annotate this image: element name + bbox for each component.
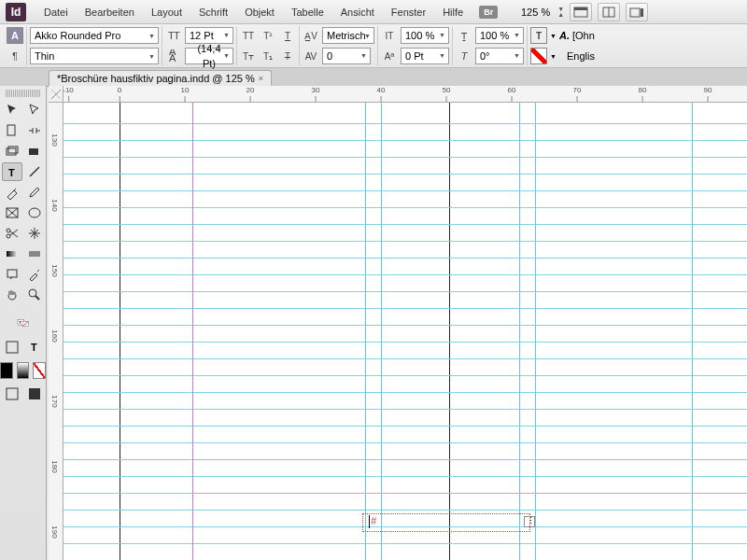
baseline-grid bbox=[63, 342, 747, 343]
ellipse-tool-icon[interactable] bbox=[24, 203, 45, 222]
workspace-switcher-icon[interactable] bbox=[626, 3, 648, 21]
formatting-container-icon[interactable] bbox=[2, 338, 22, 357]
stroke-none-icon[interactable] bbox=[530, 48, 547, 64]
document-canvas[interactable]: /*generated below via JS loop would be n… bbox=[63, 103, 747, 560]
free-transform-tool-icon[interactable] bbox=[24, 224, 45, 243]
bridge-icon[interactable]: Br bbox=[479, 6, 498, 19]
menu-schrift[interactable]: Schrift bbox=[190, 7, 236, 18]
scissors-tool-icon[interactable] bbox=[2, 224, 22, 243]
content-placer-icon[interactable] bbox=[24, 142, 45, 161]
arrange-docs-icon[interactable] bbox=[598, 3, 620, 21]
screen-mode-icon[interactable] bbox=[570, 3, 592, 21]
pencil-tool-icon[interactable] bbox=[24, 183, 45, 202]
menu-bearbeiten[interactable]: Bearbeiten bbox=[77, 7, 143, 18]
formatting-text-icon[interactable]: T bbox=[24, 338, 45, 357]
svg-rect-1 bbox=[574, 7, 587, 10]
svg-text:A: A bbox=[169, 52, 176, 63]
ruler-tick: 190 bbox=[50, 525, 59, 538]
kerning-icon: A̲V bbox=[303, 27, 319, 44]
eyedropper-tool-icon[interactable] bbox=[24, 265, 45, 284]
page-edge bbox=[120, 103, 120, 560]
hand-tool-icon[interactable] bbox=[2, 286, 22, 304]
vscale-icon: IT bbox=[381, 27, 398, 44]
baseline-shift-input[interactable]: 0 Pt bbox=[401, 48, 449, 64]
column-guide[interactable] bbox=[381, 103, 382, 560]
allcaps-icon[interactable]: TT bbox=[240, 27, 257, 44]
ruler-tick: 90 bbox=[704, 86, 712, 94]
underline-icon[interactable]: T bbox=[279, 27, 296, 44]
column-guide[interactable] bbox=[519, 103, 520, 560]
svg-rect-22 bbox=[7, 251, 18, 257]
vscale-input[interactable]: 100 % bbox=[401, 27, 449, 44]
ruler-tick: 80 bbox=[639, 86, 647, 94]
character-mode-icon[interactable]: A bbox=[7, 27, 23, 44]
horizontal-ruler[interactable]: -10 0 10 20 30 40 50 60 70 80 90 bbox=[63, 86, 747, 103]
baseline-grid bbox=[63, 224, 747, 225]
view-mode-normal-icon[interactable] bbox=[2, 385, 22, 403]
margin-guide-bottom[interactable] bbox=[192, 493, 747, 494]
menu-ansicht[interactable]: Ansicht bbox=[332, 7, 383, 18]
column-guide[interactable] bbox=[692, 103, 693, 560]
tracking-input[interactable]: 0 bbox=[322, 48, 371, 64]
strikethrough-icon[interactable]: T bbox=[279, 48, 296, 64]
kerning-dropdown[interactable]: Metrisch bbox=[322, 27, 374, 44]
superscript-icon[interactable]: T¹ bbox=[260, 27, 276, 44]
menu-tabelle[interactable]: Tabelle bbox=[283, 7, 332, 18]
type-tool-icon[interactable]: T bbox=[2, 162, 22, 181]
vertical-ruler[interactable]: 130 140 150 160 170 180 190 bbox=[49, 103, 63, 560]
selection-tool-icon[interactable] bbox=[2, 101, 22, 119]
page-number-text-frame[interactable]: # bbox=[362, 513, 530, 532]
ruler-tick: 10 bbox=[181, 86, 190, 94]
leading-input[interactable]: (14,4 Pt) bbox=[185, 48, 233, 64]
hscale-input[interactable]: 100 % bbox=[475, 27, 524, 44]
menu-objekt[interactable]: Objekt bbox=[236, 7, 283, 18]
ruler-tick: 50 bbox=[443, 86, 451, 94]
paragraph-mode-icon[interactable]: ¶ bbox=[7, 48, 23, 64]
ruler-tick: 140 bbox=[50, 199, 59, 211]
svg-text:T: T bbox=[31, 342, 37, 353]
skew-input[interactable]: 0° bbox=[475, 48, 524, 64]
menu-fenster[interactable]: Fenster bbox=[383, 7, 434, 18]
zoom-level-dropdown[interactable]: 125 % ▼▲ bbox=[507, 7, 564, 18]
gap-tool-icon[interactable] bbox=[24, 121, 45, 140]
menu-layout[interactable]: Layout bbox=[143, 7, 190, 18]
gradient-swatch-tool-icon[interactable] bbox=[2, 245, 22, 263]
menu-hilfe[interactable]: Hilfe bbox=[434, 7, 472, 18]
baseline-grid bbox=[63, 325, 747, 326]
subscript-icon[interactable]: T₁ bbox=[260, 48, 276, 64]
baseline-grid bbox=[63, 476, 747, 477]
svg-point-19 bbox=[29, 208, 40, 217]
page-tool-icon[interactable] bbox=[2, 121, 22, 140]
svg-rect-4 bbox=[630, 8, 640, 17]
baseline-grid bbox=[63, 358, 747, 359]
column-guide[interactable] bbox=[365, 103, 366, 560]
text-cursor bbox=[369, 515, 370, 528]
menu-datei[interactable]: Datei bbox=[35, 7, 77, 18]
document-tab[interactable]: *Broschüre hausfiktiv pagina.indd @ 125 … bbox=[49, 70, 272, 86]
skew-icon: T bbox=[456, 48, 472, 64]
note-tool-icon[interactable] bbox=[2, 265, 22, 284]
panel-grip[interactable] bbox=[6, 90, 40, 97]
close-icon[interactable]: × bbox=[259, 74, 263, 83]
zoom-tool-icon[interactable] bbox=[24, 286, 45, 304]
margin-guide[interactable] bbox=[192, 103, 193, 560]
line-tool-icon[interactable] bbox=[24, 162, 45, 181]
smallcaps-icon[interactable]: Tᴛ bbox=[240, 48, 257, 64]
out-port-icon[interactable] bbox=[524, 516, 535, 527]
ruler-origin[interactable] bbox=[49, 86, 63, 103]
column-guide[interactable] bbox=[535, 103, 536, 560]
gradient-feather-tool-icon[interactable] bbox=[24, 245, 45, 263]
fill-stroke-proxy-icon[interactable]: T bbox=[2, 310, 45, 336]
pen-tool-icon[interactable] bbox=[2, 183, 22, 202]
charstyle-label: [Ohn bbox=[572, 30, 595, 41]
apply-gradient-swatch[interactable] bbox=[17, 362, 30, 379]
direct-selection-tool-icon[interactable] bbox=[24, 101, 45, 119]
apply-none-swatch[interactable] bbox=[33, 362, 46, 379]
font-style-dropdown[interactable]: Thin bbox=[30, 48, 159, 64]
rectangle-frame-tool-icon[interactable] bbox=[2, 203, 22, 222]
fill-t-icon[interactable]: T bbox=[530, 27, 547, 44]
content-collector-icon[interactable] bbox=[2, 142, 22, 161]
view-mode-preview-icon[interactable] bbox=[24, 385, 45, 403]
font-family-dropdown[interactable]: Akko Rounded Pro bbox=[30, 27, 159, 44]
apply-color-swatch[interactable] bbox=[0, 362, 13, 379]
